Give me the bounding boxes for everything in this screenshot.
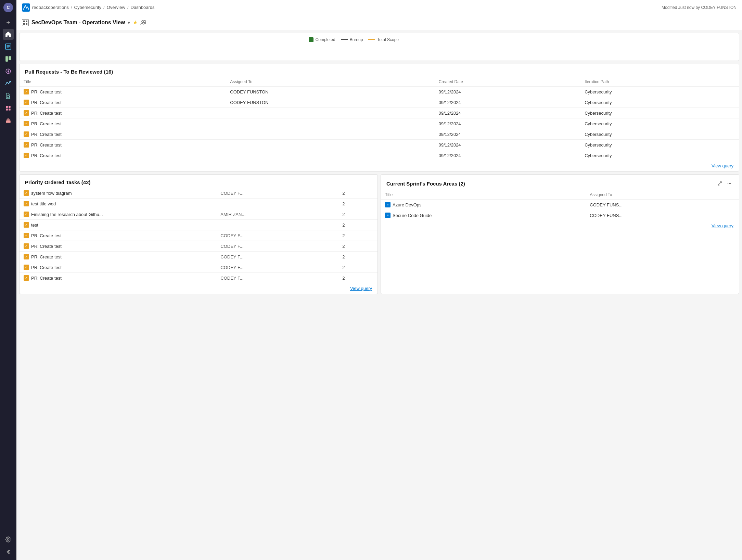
task-priority-cell: 2	[338, 220, 378, 230]
table-row[interactable]: ≡ Secure Code Guide CODEY FUNS...	[381, 210, 739, 221]
task-icon: ✓	[24, 190, 29, 196]
chart-right-panel: Completed Burnup Total Scope	[303, 33, 739, 61]
team-members-icon[interactable]	[140, 19, 147, 26]
doc-icon: ≡	[385, 202, 391, 207]
collapse-button[interactable]	[3, 546, 14, 557]
pr-title-text: PR: Create test	[31, 132, 62, 137]
table-row[interactable]: ✓ Finishing the research about Githu... …	[20, 209, 378, 220]
table-row[interactable]: ✓ PR: Create test CODEY F... 2	[20, 252, 378, 262]
pr-title-text: PR: Create test	[31, 89, 62, 94]
table-row[interactable]: ✓ PR: Create test 09/12/2024 Cybersecuri…	[20, 108, 739, 118]
add-button[interactable]: +	[3, 18, 13, 27]
table-row[interactable]: ✓ PR: Create test CODEY F... 2	[20, 230, 378, 241]
svg-point-11	[7, 96, 10, 98]
task-title-cell: ✓ PR: Create test	[20, 241, 216, 252]
sidebar-item-pipelines[interactable]	[3, 78, 14, 89]
breadcrumb-sep-3: /	[127, 5, 129, 10]
sidebar-item-extensions[interactable]	[3, 103, 14, 114]
table-row[interactable]: ✓ PR: Create test 09/12/2024 Cybersecuri…	[20, 129, 739, 140]
table-row[interactable]: ✓ PR: Create test CODEY F... 2	[20, 241, 378, 252]
expand-button[interactable]	[716, 179, 724, 188]
task-icon: ✓	[24, 201, 29, 206]
pr-title-text: PR: Create test	[31, 111, 62, 116]
table-row[interactable]: ✓ PR: Create test 09/12/2024 Cybersecuri…	[20, 140, 739, 150]
pr-assigned-cell: CODEY FUNSTON	[226, 87, 434, 97]
focus-areas-panel: Current Sprint's Focus Areas (2)	[381, 174, 739, 294]
focus-view-query-link[interactable]: View query	[381, 220, 739, 231]
pr-title-cell: ✓ PR: Create test	[20, 97, 226, 108]
header-bar: SecDevOps Team - Operations View ▾ ★	[16, 15, 742, 30]
pr-title-cell: ✓ PR: Create test	[20, 118, 226, 129]
title-dropdown-button[interactable]: ▾	[128, 20, 130, 25]
task-title-cell: ✓ test title wed	[20, 199, 216, 209]
task-icon: ✓	[24, 121, 29, 126]
task-title-text: PR: Create test	[31, 254, 62, 259]
svg-rect-17	[6, 120, 11, 123]
pr-date-cell: 09/12/2024	[435, 108, 581, 118]
pr-title-cell: ✓ PR: Create test	[20, 129, 226, 140]
task-title-text: test title wed	[31, 201, 56, 206]
table-row[interactable]: ✓ PR: Create test CODEY FUNSTON 09/12/20…	[20, 97, 739, 108]
pull-requests-title: Pull Requests - To Be Reviewed (16)	[25, 69, 113, 75]
task-icon: ✓	[24, 110, 29, 116]
pull-requests-header: Pull Requests - To Be Reviewed (16)	[20, 64, 739, 77]
svg-point-10	[9, 81, 11, 82]
table-row[interactable]: ✓ PR: Create test 09/12/2024 Cybersecuri…	[20, 118, 739, 129]
table-row[interactable]: ✓ test title wed 2	[20, 199, 378, 209]
breadcrumb-item-page[interactable]: Dashboards	[131, 5, 155, 10]
table-row[interactable]: ✓ test 2	[20, 220, 378, 230]
sidebar-item-artifacts[interactable]	[3, 115, 14, 126]
pipelines-icon	[5, 80, 11, 87]
chart-legend: Completed Burnup Total Scope	[309, 37, 399, 42]
task-priority-cell: 2	[338, 188, 378, 199]
breadcrumb-item-org[interactable]: redbackoperations	[32, 5, 69, 10]
pr-date-cell: 09/12/2024	[435, 87, 581, 97]
pr-view-query-link[interactable]: View query	[20, 161, 739, 171]
tasks-view-query-link[interactable]: View query	[20, 283, 378, 294]
svg-point-30	[729, 183, 730, 184]
more-options-button[interactable]	[725, 179, 733, 188]
content-area: Completed Burnup Total Scope Pull Reques…	[16, 30, 742, 560]
boards-icon	[5, 56, 11, 62]
task-title-text: PR: Create test	[31, 244, 62, 249]
sidebar-item-home[interactable]	[3, 29, 14, 40]
breadcrumb: redbackoperations / Cybersecurity / Over…	[32, 5, 155, 10]
table-row[interactable]: ≡ Azure DevOps CODEY FUNS...	[381, 200, 739, 210]
pull-requests-panel: Pull Requests - To Be Reviewed (16) Titl…	[19, 64, 739, 171]
task-assigned-cell	[216, 199, 338, 209]
sidebar-item-testplans[interactable]	[3, 90, 14, 101]
settings-button[interactable]	[3, 534, 14, 545]
breadcrumb-item-project[interactable]: Cybersecurity	[74, 5, 101, 10]
breadcrumb-item-section[interactable]: Overview	[107, 5, 125, 10]
pr-assigned-cell	[226, 129, 434, 140]
table-row[interactable]: ✓ PR: Create test CODEY FUNSTON 09/12/20…	[20, 87, 739, 97]
pr-assigned-cell	[226, 108, 434, 118]
svg-rect-22	[26, 21, 27, 22]
repos-icon	[5, 68, 11, 74]
priority-tasks-table: ✓ system flow diagram CODEY F... 2 ✓ tes…	[20, 188, 378, 283]
extensions-icon	[5, 105, 11, 111]
sidebar-item-workitems[interactable]	[3, 41, 14, 52]
sidebar-item-boards[interactable]	[3, 53, 14, 64]
task-title-cell: ✓ system flow diagram	[20, 188, 216, 199]
burnup-line	[341, 39, 348, 40]
focus-title-cell: ≡ Azure DevOps	[381, 200, 586, 210]
svg-point-7	[8, 71, 9, 72]
favorite-button[interactable]: ★	[133, 19, 138, 26]
table-row[interactable]: ✓ PR: Create test 09/12/2024 Cybersecuri…	[20, 150, 739, 161]
task-priority-cell: 2	[338, 199, 378, 209]
pr-iteration-cell: Cybersecurity	[580, 150, 739, 161]
artifacts-icon	[5, 117, 11, 124]
legend-burnup: Burnup	[341, 37, 363, 42]
table-row[interactable]: ✓ PR: Create test CODEY F... 2	[20, 273, 378, 283]
avatar[interactable]: C	[3, 3, 13, 12]
gear-icon	[5, 536, 11, 543]
pr-title-cell: ✓ PR: Create test	[20, 87, 226, 97]
table-row[interactable]: ✓ system flow diagram CODEY F... 2	[20, 188, 378, 199]
sidebar-item-repos[interactable]	[3, 66, 14, 77]
task-assigned-cell: CODEY F...	[216, 241, 338, 252]
task-icon: ✓	[24, 254, 29, 259]
table-row[interactable]: ✓ PR: Create test CODEY F... 2	[20, 262, 378, 273]
pull-requests-table: Title Assigned To Created Date Iteration…	[20, 77, 739, 161]
svg-line-27	[720, 182, 721, 183]
